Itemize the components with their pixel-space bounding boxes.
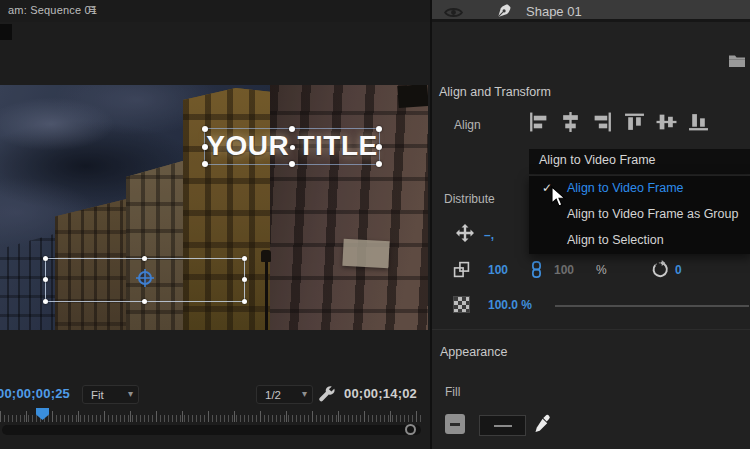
fill-color-swatch[interactable] — [479, 415, 526, 436]
menu-item-align-to-video-frame-as-group[interactable]: Align to Video Frame as Group — [529, 202, 750, 228]
scale-icon — [453, 261, 470, 282]
zoom-level-value: Fit — [91, 389, 104, 401]
align-buttons-row — [528, 110, 709, 134]
zoom-scrollbar-handle[interactable] — [405, 424, 416, 435]
selection-handle[interactable] — [242, 299, 247, 304]
rotate-icon — [651, 260, 670, 283]
appearance-section-title: Appearance — [440, 345, 507, 359]
align-dropdown-menu: ✓ Align to Video Frame Align to Video Fr… — [529, 175, 750, 254]
selection-handle[interactable] — [202, 161, 208, 167]
panel-menu-icon[interactable]: ≡ — [88, 1, 96, 17]
align-to-selected-value: Align to Video Frame — [539, 153, 656, 167]
checkmark-icon: ✓ — [542, 181, 552, 195]
zoom-level-select[interactable]: Fit ▾ — [82, 385, 139, 404]
shape-selection-box[interactable] — [45, 258, 245, 302]
playback-resolution-select[interactable]: 1/2 ▾ — [256, 385, 313, 404]
timeline-scrollbar[interactable] — [0, 423, 428, 438]
selection-handle[interactable] — [202, 144, 208, 150]
eye-icon[interactable] — [444, 5, 463, 23]
menu-item-align-to-selection[interactable]: Align to Selection — [529, 228, 750, 254]
selection-handle[interactable] — [289, 161, 295, 167]
percent-sign: % — [596, 263, 607, 277]
playback-resolution-value: 1/2 — [265, 389, 281, 401]
program-monitor-title: am: Sequence 01 — [8, 4, 97, 16]
layer-row-shape01[interactable]: Shape 01 — [432, 0, 750, 22]
move-icon — [456, 224, 474, 246]
align-right-icon[interactable] — [592, 110, 613, 134]
opacity-slider[interactable] — [555, 305, 749, 307]
timeline-ruler[interactable] — [0, 407, 428, 424]
align-center-horizontal-icon[interactable] — [560, 110, 581, 134]
selection-handle[interactable] — [242, 277, 247, 282]
selection-handle[interactable] — [376, 161, 382, 167]
align-top-icon[interactable] — [624, 110, 645, 134]
settings-wrench-icon[interactable] — [318, 385, 335, 406]
scale-rotation-row: 100 100 % 0 — [432, 258, 750, 282]
align-left-icon[interactable] — [528, 110, 549, 134]
link-icon[interactable] — [531, 261, 542, 282]
fill-label: Fill — [445, 385, 460, 399]
video-frame: YOUR TITLE — [0, 85, 428, 330]
selection-handle[interactable] — [376, 144, 382, 150]
playhead-marker[interactable] — [36, 408, 49, 420]
distribute-label: Distribute — [444, 192, 495, 206]
opacity-checkerboard-icon — [453, 296, 470, 313]
align-center-vertical-icon[interactable] — [656, 110, 677, 134]
title-anchor-point — [290, 145, 295, 150]
eyedropper-icon[interactable] — [533, 413, 553, 438]
layer-name: Shape 01 — [526, 4, 582, 19]
program-monitor-header: am: Sequence 01 ≡ — [0, 0, 430, 22]
scale-x-value[interactable]: 100 — [488, 263, 508, 277]
selection-handle[interactable] — [289, 126, 295, 132]
folder-icon[interactable] — [729, 53, 745, 71]
chevron-down-icon: ▾ — [302, 388, 307, 399]
align-label: Align — [454, 118, 481, 132]
essential-graphics-panel: Shape 01 Align and Transform Align — [430, 0, 750, 449]
menu-item-align-to-video-frame[interactable]: ✓ Align to Video Frame — [529, 176, 750, 202]
selection-handle[interactable] — [376, 126, 382, 132]
section-divider — [432, 329, 750, 330]
rotation-value[interactable]: 0 — [675, 263, 682, 277]
scale-y-value[interactable]: 100 — [554, 263, 574, 277]
duration-timecode: 00;00;14;02 — [344, 386, 417, 401]
selection-handle[interactable] — [142, 256, 147, 261]
fill-checkbox[interactable] — [445, 414, 465, 434]
program-monitor-panel: am: Sequence 01 ≡ YOUR TITLE — [0, 0, 430, 449]
pen-tool-icon — [496, 2, 513, 23]
selection-handle[interactable] — [202, 126, 208, 132]
panel-corner-notch — [0, 24, 12, 40]
selection-handle[interactable] — [43, 256, 48, 261]
shape-anchor-crosshair[interactable] — [136, 269, 154, 291]
align-to-select[interactable]: Align to Video Frame — [529, 149, 750, 174]
opacity-row: 100.0 % — [432, 294, 750, 318]
scrollbar-track[interactable] — [2, 425, 421, 435]
selection-handle[interactable] — [43, 277, 48, 282]
align-transform-section-title: Align and Transform — [439, 85, 551, 99]
title-selection-box[interactable]: YOUR TITLE — [204, 128, 380, 165]
fill-row — [432, 412, 750, 438]
align-bottom-icon[interactable] — [688, 110, 709, 134]
selection-handle[interactable] — [242, 256, 247, 261]
chevron-down-icon: ▾ — [128, 388, 133, 399]
opacity-value[interactable]: 100.0 % — [488, 298, 532, 312]
selection-handle[interactable] — [43, 299, 48, 304]
position-value[interactable]: –, — [484, 228, 494, 242]
selection-handle[interactable] — [142, 299, 147, 304]
current-timecode[interactable]: 00;00;00;25 — [0, 386, 70, 401]
